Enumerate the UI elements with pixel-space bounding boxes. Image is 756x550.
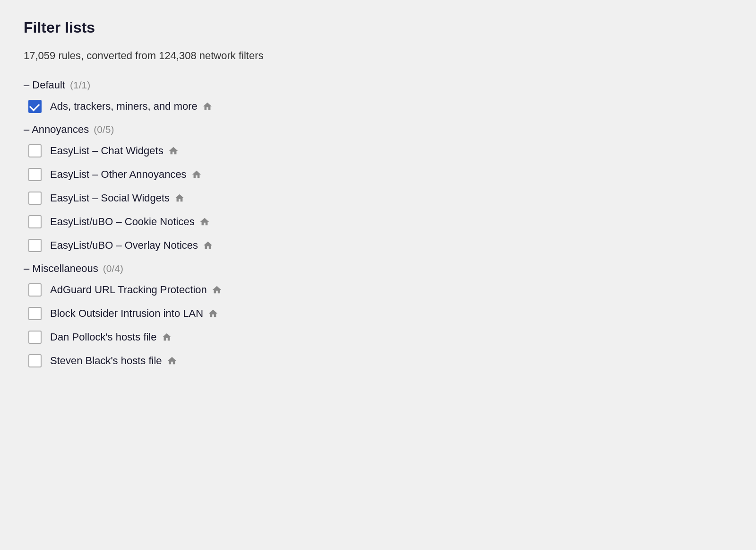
checkbox-dan-pollock[interactable] (28, 331, 42, 344)
home-icon-easylist-social (174, 193, 185, 203)
home-icon-steven-black (167, 356, 177, 366)
filter-item-easylist-social: EasyList – Social Widgets (24, 192, 732, 205)
checkbox-ads-trackers[interactable] (28, 100, 42, 113)
checkbox-easylist-other[interactable] (28, 168, 42, 181)
category-count-default: (1/1) (70, 79, 90, 91)
filter-label-block-outsider: Block Outsider Intrusion into LAN (50, 307, 218, 320)
items-list-default: Ads, trackers, miners, and more (24, 100, 732, 113)
category-header-annoyances[interactable]: – Annoyances(0/5) (24, 123, 732, 136)
filter-item-block-outsider: Block Outsider Intrusion into LAN (24, 307, 732, 320)
filter-label-steven-black: Steven Black's hosts file (50, 355, 177, 367)
filter-item-dan-pollock: Dan Pollock's hosts file (24, 331, 732, 344)
home-icon-easylist-ubo-cookie (199, 217, 210, 227)
checkbox-easylist-ubo-overlay[interactable] (28, 239, 42, 252)
filter-label-easylist-chat: EasyList – Chat Widgets (50, 145, 179, 157)
filter-item-ads-trackers: Ads, trackers, miners, and more (24, 100, 732, 113)
home-icon-block-outsider (208, 308, 218, 319)
category-section-annoyances: – Annoyances(0/5)EasyList – Chat Widgets… (24, 123, 732, 252)
category-section-miscellaneous: – Miscellaneous(0/4)AdGuard URL Tracking… (24, 262, 732, 367)
category-count-annoyances: (0/5) (94, 124, 114, 135)
category-header-default[interactable]: – Default(1/1) (24, 79, 732, 91)
filter-item-easylist-chat: EasyList – Chat Widgets (24, 144, 732, 157)
checkbox-easylist-ubo-cookie[interactable] (28, 215, 42, 228)
checkbox-block-outsider[interactable] (28, 307, 42, 320)
items-list-annoyances: EasyList – Chat Widgets EasyList – Other… (24, 144, 732, 252)
filter-item-easylist-other: EasyList – Other Annoyances (24, 168, 732, 181)
home-icon-easylist-ubo-overlay (203, 240, 213, 251)
filter-label-easylist-other: EasyList – Other Annoyances (50, 168, 202, 181)
home-icon-easylist-chat (168, 146, 179, 156)
filter-label-easylist-ubo-overlay: EasyList/uBO – Overlay Notices (50, 239, 213, 252)
filter-item-steven-black: Steven Black's hosts file (24, 354, 732, 367)
home-icon-easylist-other (191, 169, 202, 180)
categories-container: – Default(1/1)Ads, trackers, miners, and… (24, 79, 732, 367)
filter-label-adguard-url: AdGuard URL Tracking Protection (50, 284, 222, 296)
filter-item-easylist-ubo-cookie: EasyList/uBO – Cookie Notices (24, 215, 732, 228)
category-header-miscellaneous[interactable]: – Miscellaneous(0/4) (24, 262, 732, 275)
category-toggle-miscellaneous[interactable]: – Miscellaneous (24, 262, 98, 275)
filter-label-ads-trackers: Ads, trackers, miners, and more (50, 100, 213, 113)
filter-label-easylist-ubo-cookie: EasyList/uBO – Cookie Notices (50, 216, 210, 228)
checkbox-easylist-chat[interactable] (28, 144, 42, 157)
filter-item-easylist-ubo-overlay: EasyList/uBO – Overlay Notices (24, 239, 732, 252)
category-toggle-annoyances[interactable]: – Annoyances (24, 123, 89, 136)
filter-label-dan-pollock: Dan Pollock's hosts file (50, 331, 172, 343)
checkbox-easylist-social[interactable] (28, 192, 42, 205)
category-count-miscellaneous: (0/4) (103, 263, 123, 274)
filter-label-easylist-social: EasyList – Social Widgets (50, 192, 185, 204)
items-list-miscellaneous: AdGuard URL Tracking Protection Block Ou… (24, 283, 732, 367)
home-icon-adguard-url (212, 285, 222, 295)
home-icon-dan-pollock (162, 332, 172, 342)
category-toggle-default[interactable]: – Default (24, 79, 65, 91)
home-icon-ads-trackers (202, 101, 213, 112)
filter-item-adguard-url: AdGuard URL Tracking Protection (24, 283, 732, 297)
page-title: Filter lists (24, 19, 732, 36)
category-section-default: – Default(1/1)Ads, trackers, miners, and… (24, 79, 732, 113)
checkbox-adguard-url[interactable] (28, 283, 42, 297)
checkbox-steven-black[interactable] (28, 354, 42, 367)
rules-summary: 17,059 rules, converted from 124,308 net… (24, 50, 732, 62)
